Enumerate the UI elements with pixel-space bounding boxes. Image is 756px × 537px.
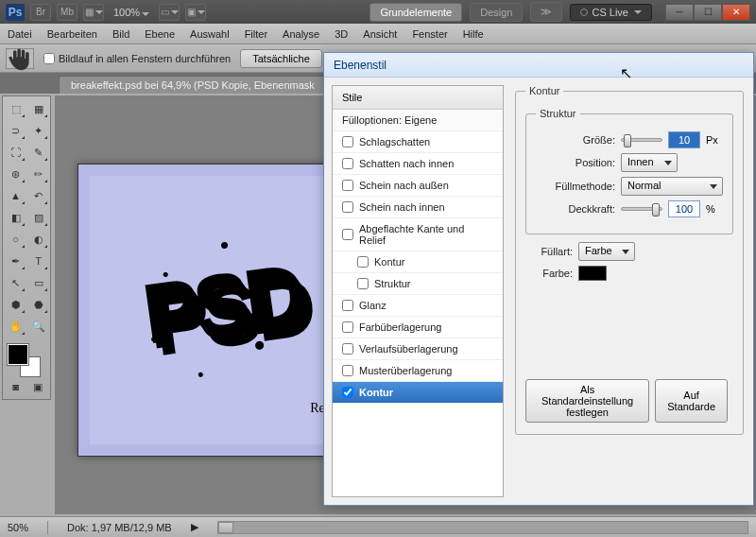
scroll-all-windows-checkbox[interactable]: Bildlauf in allen Fenstern durchführen xyxy=(43,53,231,64)
status-zoom[interactable]: 50% xyxy=(8,522,28,533)
gradient-tool[interactable]: ▨ xyxy=(27,207,49,228)
farbe-swatch[interactable] xyxy=(578,266,607,281)
eraser-tool[interactable]: ◧ xyxy=(5,207,26,228)
kontur-group: Kontur Struktur Größe: Px Position: Inne… xyxy=(515,85,744,435)
status-doc-size[interactable]: Dok: 1,97 MB/12,9 MB xyxy=(67,522,172,533)
status-arrow-icon[interactable]: ▶ xyxy=(191,521,198,533)
groesse-unit: Px xyxy=(706,134,723,146)
fill-options-item[interactable]: Fülloptionen: Eigene xyxy=(333,110,503,131)
3d-tool[interactable]: ⬢ xyxy=(5,294,26,315)
fuellmethode-label: Füllmethode: xyxy=(536,181,615,192)
deckkraft-slider[interactable] xyxy=(621,207,662,211)
close-button[interactable]: ✕ xyxy=(722,4,750,21)
style-schein-innen[interactable]: Schein nach innen xyxy=(333,197,503,218)
cslive-button[interactable]: CS Live xyxy=(570,4,652,21)
style-kante-relief[interactable]: Abgeflachte Kante und Relief xyxy=(333,218,503,251)
active-tool-indicator[interactable] xyxy=(6,48,34,69)
deckkraft-unit: % xyxy=(706,203,723,215)
position-dropdown[interactable]: Innen xyxy=(621,153,678,172)
menu-ebene[interactable]: Ebene xyxy=(145,28,175,40)
farbe-label: Farbe: xyxy=(525,268,573,279)
style-verlaufsueberlagerung[interactable]: Verlaufsüberlagerung xyxy=(333,338,503,360)
hand-tool[interactable]: ✋ xyxy=(5,316,26,337)
style-schlagschatten[interactable]: Schlagschatten xyxy=(333,131,503,153)
screenmode-icon[interactable]: ▣ xyxy=(185,4,206,21)
maximize-button[interactable]: ☐ xyxy=(694,4,722,21)
style-musterueberlagerung[interactable]: Musterüberlagerung xyxy=(333,360,503,382)
kontur-legend: Kontur xyxy=(525,85,563,96)
shape-tool[interactable]: ▭ xyxy=(27,272,49,293)
deckkraft-label: Deckkraft: xyxy=(536,203,615,215)
styles-list: Stile Fülloptionen: Eigene Schlagschatte… xyxy=(332,85,504,497)
heal-tool[interactable]: ⊛ xyxy=(5,164,26,184)
minibridge-icon[interactable]: Mb xyxy=(57,4,77,21)
menu-hilfe[interactable]: Hilfe xyxy=(463,28,484,40)
style-farbueberlagerung[interactable]: Farbüberlagerung xyxy=(333,317,503,338)
struktur-legend: Struktur xyxy=(536,108,580,119)
menu-datei[interactable]: Datei xyxy=(8,28,32,40)
eyedropper-tool[interactable]: ✎ xyxy=(27,142,49,163)
zoom-level[interactable]: 100% xyxy=(110,7,153,18)
pen-tool[interactable]: ✒ xyxy=(5,251,26,271)
dodge-tool[interactable]: ◐ xyxy=(27,229,49,250)
wand-tool[interactable]: ✦ xyxy=(27,120,49,141)
style-glanz[interactable]: Glanz xyxy=(333,295,503,317)
menu-auswahl[interactable]: Auswahl xyxy=(190,28,230,40)
style-kontur[interactable]: Kontur xyxy=(333,382,503,404)
horizontal-scrollbar[interactable] xyxy=(217,521,748,534)
arrange-icon[interactable]: ▭ xyxy=(159,4,180,21)
fuellmethode-dropdown[interactable]: Normal xyxy=(621,177,723,196)
workspace-design[interactable]: Design xyxy=(470,3,523,22)
3d-camera-tool[interactable]: ⬣ xyxy=(27,294,49,315)
ps-logo: Ps xyxy=(6,4,25,21)
quickmask-toggle[interactable]: ◙ xyxy=(5,376,26,397)
styles-header[interactable]: Stile xyxy=(333,86,503,110)
style-schatten-innen[interactable]: Schatten nach innen xyxy=(333,153,503,175)
style-kontur-sub[interactable]: Kontur xyxy=(333,251,503,273)
dialog-titlebar[interactable]: Ebenenstil xyxy=(324,53,753,78)
layer-style-dialog: Ebenenstil Stile Fülloptionen: Eigene Sc… xyxy=(323,52,754,506)
hand-icon xyxy=(7,45,33,72)
lasso-tool[interactable]: ⊃ xyxy=(5,120,26,141)
type-tool[interactable]: T xyxy=(27,251,49,271)
groesse-input[interactable] xyxy=(668,131,700,148)
tool-palette: ⬚ ▦ ⊃ ✦ ⛶ ✎ ⊛ ✏ ▲ ↶ ◧ ▨ ○ ◐ ✒ T ↖ ▭ ⬢ ⬣ … xyxy=(2,95,51,400)
foreground-color[interactable] xyxy=(8,344,28,365)
menu-bearbeiten[interactable]: Bearbeiten xyxy=(47,28,97,40)
position-label: Position: xyxy=(536,157,615,168)
menu-ansicht[interactable]: Ansicht xyxy=(363,28,397,40)
style-settings-panel: Kontur Struktur Größe: Px Position: Inne… xyxy=(504,78,753,505)
menu-filter[interactable]: Filter xyxy=(245,28,267,40)
menu-fenster[interactable]: Fenster xyxy=(412,28,447,40)
marquee-tool[interactable]: ▦ xyxy=(27,98,49,119)
view-extras-icon[interactable]: ▦ xyxy=(83,4,104,21)
fuellart-dropdown[interactable]: Farbe xyxy=(578,242,635,261)
style-schein-aussen[interactable]: Schein nach außen xyxy=(333,175,503,197)
brush-tool[interactable]: ✏ xyxy=(27,164,49,184)
workspace-more[interactable]: ≫ xyxy=(530,2,562,22)
menubar: Datei Bearbeiten Bild Ebene Auswahl Filt… xyxy=(0,24,756,44)
workspace-grundelemente[interactable]: Grundelemente xyxy=(369,3,462,22)
zoom-tool[interactable]: 🔍 xyxy=(27,316,49,337)
set-default-button[interactable]: Als Standardeinstellung festlegen xyxy=(525,379,649,423)
groesse-slider[interactable] xyxy=(621,138,662,142)
path-tool[interactable]: ↖ xyxy=(5,272,26,293)
move-tool[interactable]: ⬚ xyxy=(5,98,26,119)
style-struktur-sub[interactable]: Struktur xyxy=(333,273,503,295)
menu-bild[interactable]: Bild xyxy=(112,28,129,40)
history-brush-tool[interactable]: ↶ xyxy=(27,185,49,206)
minimize-button[interactable]: ─ xyxy=(665,4,694,21)
color-swatches[interactable] xyxy=(5,341,49,375)
canvas-art-text: PSD xyxy=(141,251,311,369)
reset-default-button[interactable]: Auf Standarde xyxy=(655,379,728,423)
document-tab[interactable]: breakeffekt.psd bei 64,9% (PSD Kopie, Eb… xyxy=(59,76,327,94)
menu-analyse[interactable]: Analyse xyxy=(283,28,319,40)
crop-tool[interactable]: ⛶ xyxy=(5,142,26,163)
bridge-icon[interactable]: Br xyxy=(30,4,51,21)
screenmode-toggle[interactable]: ▣ xyxy=(26,376,48,397)
stamp-tool[interactable]: ▲ xyxy=(5,185,26,206)
blur-tool[interactable]: ○ xyxy=(5,229,26,250)
deckkraft-input[interactable] xyxy=(668,200,700,217)
actual-pixels-button[interactable]: Tatsächliche xyxy=(240,49,322,68)
menu-3d[interactable]: 3D xyxy=(335,28,348,40)
